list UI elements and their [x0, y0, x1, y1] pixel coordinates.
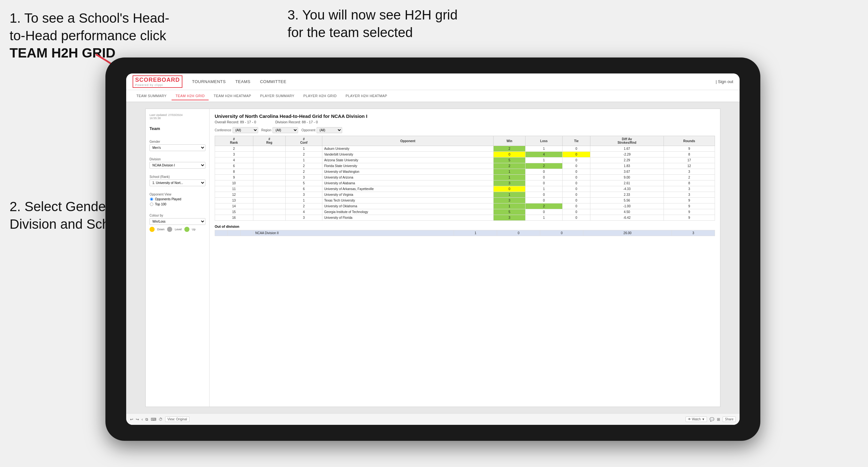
tab-team-h2h-heatmap[interactable]: TEAM H2H HEATMAP: [210, 92, 255, 100]
cell-conf: 3: [286, 215, 322, 221]
cell-rounds: 9: [663, 209, 715, 215]
cell-conf: 2: [286, 163, 322, 169]
logo-text: SCOREBOARD: [135, 77, 180, 83]
copy-icon[interactable]: ⧉: [145, 417, 148, 422]
colour-by-select[interactable]: Win/Loss: [150, 218, 206, 225]
nav-tournaments[interactable]: TOURNAMENTS: [192, 78, 226, 85]
nav-teams[interactable]: TEAMS: [236, 78, 250, 85]
cell-rank: 10: [215, 181, 253, 186]
cell-diff: -4.33: [590, 186, 664, 192]
tab-player-summary[interactable]: PLAYER SUMMARY: [256, 92, 298, 100]
view-original-button[interactable]: View: Original: [165, 416, 189, 422]
table-row: 11 6 University of Arkansas, Fayettevill…: [215, 186, 715, 192]
sidebar-division-label: Division: [150, 157, 206, 161]
undo-icon[interactable]: ↩: [130, 417, 133, 422]
col-rank: #Rank: [215, 136, 253, 146]
colour-level-label: Level: [175, 228, 182, 231]
cell-reg: [253, 209, 286, 215]
tab-player-h2h-grid[interactable]: PLAYER H2H GRID: [300, 92, 341, 100]
cell-opponent: University of Oklahoma: [322, 204, 494, 209]
out-tie: 0: [540, 230, 583, 236]
table-row: 15 4 Georgia Institute of Technology 5 0…: [215, 209, 715, 215]
cell-diff: -6.42: [590, 215, 664, 221]
table-area: University of North Carolina Head-to-Hea…: [210, 109, 720, 407]
cell-tie: 0: [562, 204, 590, 209]
cell-opponent: Texas Tech University: [322, 198, 494, 204]
cell-rounds: 3: [663, 186, 715, 192]
back-icon[interactable]: ‹: [142, 417, 143, 422]
sign-out-button[interactable]: | Sign out: [716, 79, 733, 84]
tab-player-h2h-heatmap[interactable]: PLAYER H2H HEATMAP: [342, 92, 391, 100]
filter-conference: Conference (All): [215, 127, 258, 133]
cell-conf: 3: [286, 175, 322, 181]
cell-rounds: 12: [663, 163, 715, 169]
present-icon[interactable]: ⊞: [717, 417, 720, 422]
region-filter-label: Region: [261, 128, 272, 132]
cell-rank: 13: [215, 198, 253, 204]
cell-loss: 0: [525, 175, 562, 181]
tab-team-h2h-grid[interactable]: TEAM H2H GRID: [172, 92, 208, 100]
cell-reg: [253, 157, 286, 163]
conference-filter-select[interactable]: (All): [232, 127, 258, 133]
opponent-filter-select[interactable]: (All): [317, 127, 342, 133]
radio-opponents-played[interactable]: Opponents Played: [150, 197, 206, 201]
cell-diff: 5.56: [590, 198, 664, 204]
cell-opponent: Georgia Institute of Technology: [322, 209, 494, 215]
cell-rank: 9: [215, 175, 253, 181]
colour-legend: Down Level Up: [150, 227, 206, 232]
cell-opponent: Arizona State University: [322, 157, 494, 163]
school-select[interactable]: 1. University of Nort...: [150, 180, 206, 186]
cell-diff: 2.33: [590, 192, 664, 198]
table-row: 13 1 Texas Tech University 3 0 0 5.56 9: [215, 198, 715, 204]
cell-diff: 4.50: [590, 209, 664, 215]
cell-loss: 4: [525, 152, 562, 157]
cell-conf: 1: [286, 146, 322, 152]
share-button[interactable]: Share: [723, 416, 736, 422]
cell-diff: 1.83: [590, 163, 664, 169]
annotation-1: 1. To see a School's Head-to-Head perfor…: [9, 9, 169, 62]
table-body: 2 1 Auburn University 2 1 0 1.67 9 3 2 V…: [215, 146, 715, 221]
cell-rank: 2: [215, 146, 253, 152]
sidebar-colour-section: Colour by Win/Loss Down Level Up: [150, 214, 206, 232]
table-row: 4 1 Arizona State University 5 1 0 2.29 …: [215, 157, 715, 163]
nav-committee[interactable]: COMMITTEE: [260, 78, 286, 85]
region-filter-select[interactable]: (All): [273, 127, 298, 133]
cell-loss: 1: [525, 215, 562, 221]
sidebar: Last Updated: 27/03/2024 16:55:38 Team G…: [146, 109, 210, 407]
cell-rounds: 2: [663, 175, 715, 181]
cell-rank: 12: [215, 192, 253, 198]
cell-opponent: University of Alabama: [322, 181, 494, 186]
col-loss: Loss: [525, 136, 562, 146]
paste-icon[interactable]: ⌨: [151, 417, 156, 422]
cell-win: 1: [494, 204, 526, 209]
cell-loss: 0: [525, 192, 562, 198]
cell-opponent: University of Arizona: [322, 175, 494, 181]
comment-icon[interactable]: 💬: [710, 417, 714, 422]
division-select[interactable]: NCAA Division I NCAA Division II NCAA Di…: [150, 162, 206, 169]
cell-win: 0: [494, 186, 526, 192]
conference-filter-label: Conference: [215, 128, 231, 132]
radio-top-100-label: Top 100: [155, 203, 166, 206]
radio-top-100[interactable]: Top 100: [150, 202, 206, 206]
table-records: Overall Record: 89 - 17 - 0 Division Rec…: [215, 120, 715, 124]
clock-icon[interactable]: ⏱: [159, 417, 163, 422]
col-opponent: Opponent: [322, 136, 494, 146]
gender-select[interactable]: Men's Women's: [150, 145, 206, 151]
out-win: 1: [454, 230, 497, 236]
watch-button[interactable]: 👁 Watch ▼: [686, 416, 707, 422]
overall-record: Overall Record: 89 - 17 - 0: [215, 120, 256, 124]
cell-conf: 1: [286, 198, 322, 204]
cell-loss: 0: [525, 181, 562, 186]
redo-icon[interactable]: ↪: [136, 417, 139, 422]
data-table: #Rank #Reg #Conf Opponent Win Loss Tie D…: [215, 136, 715, 221]
out-conf: [241, 230, 253, 236]
cell-rounds: 9: [663, 215, 715, 221]
tab-team-summary[interactable]: TEAM SUMMARY: [132, 92, 170, 100]
out-rank: [215, 230, 228, 236]
cell-rounds: 9: [663, 198, 715, 204]
cell-conf: 1: [286, 157, 322, 163]
cell-loss: 2: [525, 204, 562, 209]
last-updated-label: Last Updated: 27/03/2024: [150, 114, 206, 117]
cell-loss: 0: [525, 198, 562, 204]
sidebar-gender-section: Gender Men's Women's: [150, 140, 206, 151]
